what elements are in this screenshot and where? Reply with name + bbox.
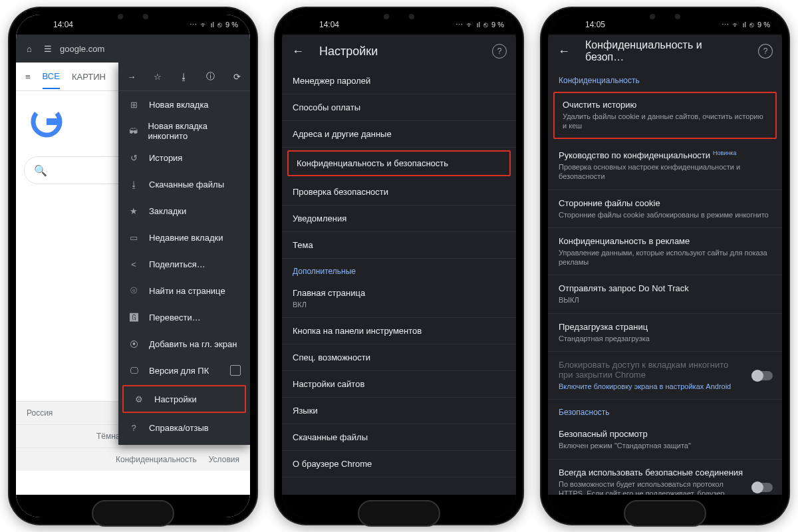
item-downloads[interactable]: Скачанные файлы [282,424,516,451]
back-icon[interactable]: ← [557,45,571,59]
share-icon: < [128,259,140,269]
item-notifications[interactable]: Уведомления [282,205,516,232]
item-label: Сторонние файлы cookie [559,198,771,208]
phone-1: 14:04 ⋯ ᯤ ıl ⎋ 9 % ⌂ ☰ google.com ≡ ВСЕ … [9,8,257,524]
site-info-icon[interactable]: ☰ [41,44,55,54]
screen-3: 14:05 ⋯ ᯤ ıl ⎋ 9 % ← Конфиденциальность … [548,15,782,517]
menu-label: История [149,153,182,163]
desktop-checkbox[interactable] [230,365,241,376]
item-label: Безопасный просмотр [559,429,771,439]
footer-privacy[interactable]: Конфиденциальность [116,455,197,464]
item-safe-browsing[interactable]: Безопасный просмотр Включен режим "Станд… [548,421,782,459]
battery-icon: ⎋ [217,21,222,29]
menu-history[interactable]: ↺История [118,144,250,171]
add-home-icon: ⦿ [128,339,140,349]
item-label: Адреса и другие данные [293,129,392,139]
item-languages[interactable]: Языки [282,398,516,424]
menu-bookmarks[interactable]: ★Закладки [118,198,250,224]
item-privacy-security[interactable]: Конфиденциальность и безопасность [287,150,511,176]
item-site-settings[interactable]: Настройки сайтов [282,371,516,398]
menu-incognito[interactable]: 🕶Новая вкладка инкогнито [118,118,250,144]
home-button[interactable] [92,500,174,527]
item-about-chrome[interactable]: О браузере Chrome [282,451,516,477]
menu-recent-tabs[interactable]: ▭Недавние вкладки [118,224,250,251]
toggle-off [753,371,773,380]
home-button[interactable] [624,500,706,527]
item-label: Очистить историю [563,100,767,110]
footer-terms[interactable]: Условия [209,455,239,464]
menu-desktop-site[interactable]: 🖵Версия для ПК [118,357,250,384]
footer-region: Россия [27,408,53,418]
tab-all[interactable]: ВСЕ [43,71,60,89]
item-toolbar-button[interactable]: Кнопка на панели инструментов [282,318,516,344]
item-accessibility[interactable]: Спец. возможности [282,344,516,371]
menu-translate[interactable]: 🅶Перевести… [118,304,250,331]
menu-help[interactable]: ?Справка/отзыв [118,414,250,441]
item-link[interactable]: Включите блокировку экрана в настройках … [559,382,771,391]
menu-settings[interactable]: ⚙Настройки [122,385,246,413]
star-icon[interactable]: ☆ [151,72,164,82]
item-password-manager[interactable]: Менеджер паролей [282,68,516,94]
translate-icon: 🅶 [128,313,140,323]
more-icon: ⋯ [190,21,197,29]
item-safety-check[interactable]: Проверка безопасности [282,179,516,205]
item-dnt[interactable]: Отправлять запрос Do Not Track ВЫКЛ [548,275,782,313]
omnibox[interactable]: ⌂ ☰ google.com [16,35,250,63]
item-sub: Удалить файлы cookie и данные сайтов, оч… [563,112,767,131]
help-icon[interactable]: ? [758,44,773,59]
item-third-party-cookies[interactable]: Сторонние файлы cookie Сторонние файлы c… [548,190,782,228]
item-ad-privacy[interactable]: Конфиденциальность в рекламе Управление … [548,228,782,276]
item-label: Главная страница [293,288,505,298]
item-sub: Управление данными, которые используют с… [559,248,771,267]
item-label: О браузере Chrome [293,459,372,469]
info-icon[interactable]: ⓘ [204,70,217,82]
help-icon[interactable]: ? [492,44,507,59]
item-preload[interactable]: Предзагрузка страниц Стандартная предзаг… [548,314,782,352]
new-tag: Новинка [713,150,736,156]
signal-icon: ıl [477,21,481,29]
home-icon[interactable]: ⌂ [23,44,36,54]
item-label: Скачанные файлы [293,432,368,442]
item-label: Проверка безопасности [293,187,388,197]
privacy-list[interactable]: Конфиденциальность Очистить историю Удал… [548,68,782,495]
home-button[interactable] [358,500,440,527]
item-addresses[interactable]: Адреса и другие данные [282,121,516,148]
forward-icon[interactable]: → [125,72,138,82]
battery-pct: 9 % [757,21,770,29]
back-icon[interactable]: ← [291,45,305,59]
star-icon: ★ [128,206,140,216]
help-icon: ? [128,423,140,433]
menu-find[interactable]: ⦾Найти на странице [118,277,250,304]
hamburger-icon[interactable]: ≡ [25,72,31,82]
toggle-off[interactable] [753,483,773,492]
item-always-https[interactable]: Всегда использовать безопасные соединени… [548,460,782,495]
menu-label: Версия для ПК [149,366,209,376]
menu-add-home[interactable]: ⦿Добавить на гл. экран [118,331,250,357]
item-theme[interactable]: Тема [282,232,516,259]
menu-label: Перевести… [149,313,201,323]
item-payment[interactable]: Способы оплаты [282,94,516,121]
url-text: google.com [60,44,104,54]
item-label: Всегда использовать безопасные соединени… [559,467,771,477]
menu-downloads[interactable]: ⭳Скачанные файлы [118,171,250,198]
menu-label: Добавить на гл. экран [149,339,237,349]
settings-list[interactable]: Менеджер паролей Способы оплаты Адреса и… [282,68,516,495]
status-time: 14:04 [319,20,339,29]
download-icon[interactable]: ⭳ [178,72,191,82]
menu-label: Закладки [149,206,186,216]
menu-share[interactable]: <Поделиться… [118,251,250,277]
battery-pct: 9 % [491,21,504,29]
item-clear-history[interactable]: Очистить историю Удалить файлы cookie и … [553,92,777,139]
overflow-menu: → ☆ ⭳ ⓘ ⟳ ⊞Новая вкладка 🕶Новая вкладка … [118,63,250,445]
menu-new-tab[interactable]: ⊞Новая вкладка [118,91,250,118]
wifi-icon: ᯤ [466,21,473,29]
plus-box-icon: ⊞ [128,100,140,110]
reload-icon[interactable]: ⟳ [230,72,243,82]
devices-icon: ▭ [128,233,140,243]
tab-images[interactable]: КАРТИН [72,72,106,82]
item-privacy-guide[interactable]: Руководство по конфиденциальностиНовинка… [548,142,782,190]
section-additional: Дополнительные [282,259,516,280]
menu-label: Справка/отзыв [149,423,209,433]
item-homepage[interactable]: Главная страницаВКЛ [282,280,516,318]
label-text: Руководство по конфиденциальности [559,150,710,160]
